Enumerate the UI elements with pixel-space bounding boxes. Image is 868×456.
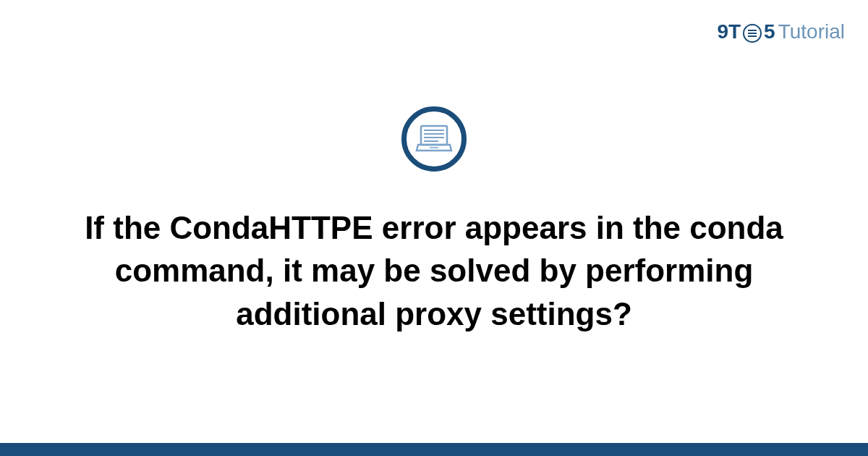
- main-content: If the CondaHTTPE error appears in the c…: [0, 0, 868, 456]
- footer-accent-bar: [0, 443, 868, 456]
- laptop-icon: [401, 106, 467, 172]
- article-icon-wrapper: [401, 106, 467, 172]
- article-title: If the CondaHTTPE error appears in the c…: [65, 206, 803, 335]
- svg-rect-3: [421, 126, 447, 145]
